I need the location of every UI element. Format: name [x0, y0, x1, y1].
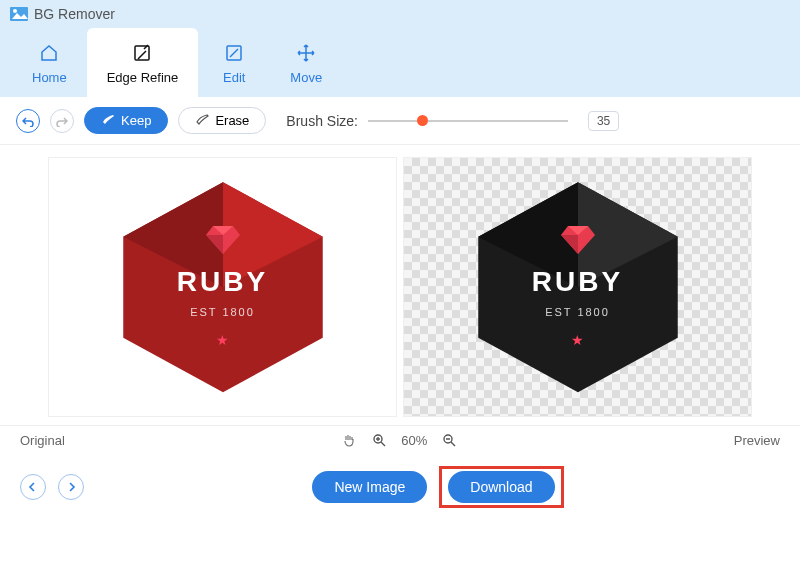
brush-size-label: Brush Size:	[286, 113, 358, 129]
gem-icon	[177, 226, 268, 258]
titlebar: BG Remover	[0, 0, 800, 28]
app-logo-icon	[10, 7, 28, 21]
workspace: RUBY EST 1800 ★ RUBY EST 1800 ★	[0, 145, 800, 425]
tabs-bar: Home Edge Refine Edit Move	[0, 28, 800, 97]
preview-image: RUBY EST 1800 ★	[473, 177, 683, 397]
svg-marker-15	[561, 235, 578, 254]
tab-edit[interactable]: Edit	[198, 28, 270, 97]
tab-edge-refine[interactable]: Edge Refine	[87, 28, 199, 97]
tab-home[interactable]: Home	[12, 28, 87, 97]
next-button[interactable]	[58, 474, 84, 500]
keep-button[interactable]: Keep	[84, 107, 168, 134]
preview-label: Preview	[734, 433, 780, 448]
pan-hand-icon[interactable]	[341, 432, 357, 448]
keep-brush-icon	[101, 113, 115, 128]
prev-button[interactable]	[20, 474, 46, 500]
star-icon: ★	[532, 332, 623, 348]
star-icon: ★	[177, 332, 268, 348]
logo-title: RUBY	[532, 266, 623, 298]
preview-panel: RUBY EST 1800 ★	[403, 157, 752, 417]
original-panel: RUBY EST 1800 ★	[48, 157, 397, 417]
brush-size-slider[interactable]	[368, 109, 568, 133]
app-title: BG Remover	[34, 6, 115, 22]
new-image-button[interactable]: New Image	[312, 471, 427, 503]
home-icon	[39, 42, 59, 64]
erase-brush-icon	[195, 113, 209, 128]
redo-button[interactable]	[50, 109, 74, 133]
zoom-level: 60%	[401, 433, 427, 448]
original-image: RUBY EST 1800 ★	[118, 177, 328, 397]
svg-rect-2	[135, 46, 149, 60]
download-highlight: Download	[439, 466, 563, 508]
zoom-out-icon[interactable]	[441, 432, 457, 448]
download-button[interactable]: Download	[448, 471, 554, 503]
erase-label: Erase	[215, 113, 249, 128]
logo-title: RUBY	[177, 266, 268, 298]
tab-label: Home	[32, 70, 67, 85]
gem-icon	[532, 226, 623, 258]
tab-move[interactable]: Move	[270, 28, 342, 97]
footer: New Image Download	[0, 454, 800, 520]
tab-label: Move	[290, 70, 322, 85]
original-label: Original	[20, 433, 65, 448]
statusbar: Original 60% Preview	[0, 425, 800, 454]
logo-subtitle: EST 1800	[532, 306, 623, 318]
tab-label: Edge Refine	[107, 70, 179, 85]
undo-button[interactable]	[16, 109, 40, 133]
move-icon	[296, 42, 316, 64]
brush-size-value: 35	[588, 111, 619, 131]
edge-refine-icon	[132, 42, 152, 64]
keep-label: Keep	[121, 113, 151, 128]
svg-point-1	[13, 9, 17, 13]
zoom-in-icon[interactable]	[371, 432, 387, 448]
svg-marker-9	[206, 235, 223, 254]
erase-button[interactable]: Erase	[178, 107, 266, 134]
tab-label: Edit	[223, 70, 245, 85]
edit-icon	[224, 42, 244, 64]
logo-subtitle: EST 1800	[177, 306, 268, 318]
toolbar: Keep Erase Brush Size: 35	[0, 97, 800, 145]
